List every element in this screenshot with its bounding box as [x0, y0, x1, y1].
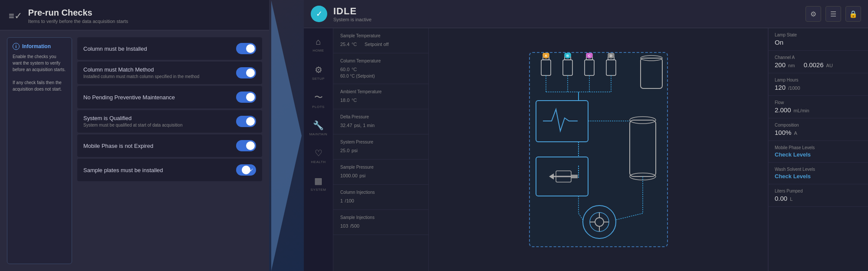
- toggle-qualified[interactable]: ✓: [236, 116, 256, 127]
- svg-rect-16: [641, 58, 662, 88]
- nav-plots-label: PLOTS: [312, 105, 325, 109]
- svg-rect-1: [541, 60, 551, 75]
- nav-home-label: HOME: [313, 49, 324, 52]
- maintain-icon: 🔧: [313, 120, 324, 131]
- check-title-5: Mobile Phase is not Expired: [83, 143, 231, 149]
- settings-btn[interactable]: ⚙: [806, 6, 821, 22]
- system-pressure-value: 25.0 psi: [340, 146, 421, 154]
- menu-btn[interactable]: ☰: [825, 6, 841, 22]
- nav-maintain[interactable]: 🔧 MAINTAIN: [306, 115, 332, 141]
- check-title-1: Column must be Installed: [83, 46, 231, 52]
- liters-pumped-label: Liters Pumped: [775, 189, 862, 193]
- nav-setup[interactable]: ⚙ SETUP: [306, 59, 332, 85]
- composition-value: 100% A: [775, 129, 862, 136]
- setup-icon: ⚙: [315, 65, 322, 75]
- info-icon: i: [13, 43, 20, 50]
- flow-label: Flow: [775, 100, 862, 105]
- sample-pressure-label: Sample Pressure: [340, 165, 421, 170]
- nav-health[interactable]: ♡ HEALTH: [306, 143, 332, 169]
- nav-health-label: HEALTH: [311, 160, 326, 164]
- sample-temp-card: Sample Temperature 25.4 °C Setpoint off: [333, 28, 428, 53]
- checklist-icon: ≡✓: [9, 10, 22, 22]
- channel-a-card: Channel A 200 nm 0.0026 AU: [769, 51, 868, 73]
- toggle-no-maintenance[interactable]: ✓: [236, 91, 256, 103]
- svg-marker-32: [549, 173, 554, 180]
- nav-plots[interactable]: 〜 PLOTS: [306, 87, 332, 113]
- arrow-connector: [269, 0, 304, 271]
- toggle-mobile-phase[interactable]: ✓: [236, 140, 256, 151]
- sample-injections-card: Sample Injections 103 /500: [333, 210, 428, 235]
- header-controls: ⚙ ☰ 🔒: [806, 6, 861, 22]
- panel-header: ≡✓ Pre-run Checks Items to verify before…: [0, 0, 269, 30]
- svg-line-47: [616, 213, 643, 220]
- home-icon: ⌂: [316, 37, 321, 47]
- nav-system[interactable]: ▦ SYSTEM: [306, 170, 332, 196]
- diagram-svg: A B C: [530, 53, 669, 248]
- composition-label: Composition: [775, 123, 862, 127]
- status-subtitle: System is inactive: [333, 17, 372, 22]
- lamp-state-label: Lamp State: [775, 33, 862, 37]
- svg-point-39: [595, 218, 604, 226]
- nav-system-label: SYSTEM: [311, 188, 326, 192]
- svg-text:D: D: [610, 54, 612, 58]
- wash-solvent-label: Wash Solvent Levels: [775, 167, 862, 172]
- ambient-temp-card: Ambient Temperature 18.0 °C: [333, 84, 428, 109]
- toggle-column-installed[interactable]: ✓: [236, 43, 256, 54]
- column-injections-card: Column Injections 1 /100: [333, 185, 428, 210]
- system-pressure-label: System Pressure: [340, 140, 421, 144]
- nav-maintain-label: MAINTAIN: [309, 132, 328, 136]
- svg-text:C: C: [588, 54, 591, 58]
- wash-solvent-action[interactable]: Check Levels: [775, 173, 862, 180]
- flow-value: 2.000 mL/min: [775, 106, 862, 114]
- check-item-sample-plates: Sample plates must be installed ✓: [77, 159, 262, 181]
- ambient-temp-label: Ambient Temperature: [340, 89, 421, 94]
- toggle-column-match[interactable]: ✓: [236, 67, 256, 78]
- liters-pumped-card: Liters Pumped 0.00 L: [769, 184, 868, 207]
- check-item-qualified: System is Qualified System must be quali…: [77, 110, 262, 133]
- left-content: i Information Enable the checks you want…: [0, 30, 269, 271]
- sample-pressure-card: Sample Pressure 1000.00 psi: [333, 160, 428, 185]
- system-pressure-card: System Pressure 25.0 psi: [333, 134, 428, 160]
- check-title-2: Column must Match Method: [83, 66, 231, 73]
- status-title: IDLE: [333, 6, 372, 17]
- sample-temp-label: Sample Temperature: [340, 33, 421, 38]
- column-injections-label: Column Injections: [340, 190, 421, 195]
- svg-rect-5: [563, 60, 572, 75]
- check-item-no-maintenance: No Pending Preventive Maintenance ✓: [77, 86, 262, 108]
- mobile-phase-card: Mobile Phase Levels Check Levels: [769, 141, 868, 163]
- delta-pressure-value: 32.47 psi, 1 min: [340, 121, 421, 129]
- check-subtitle-2: Installed column must match column speci…: [83, 74, 231, 79]
- lamp-state-value: On: [775, 39, 862, 46]
- delta-pressure-card: Delta Pressure 32.47 psi, 1 min: [333, 109, 428, 134]
- checks-list: Column must be Installed ✓ Column must M…: [77, 37, 262, 264]
- status-header: ✓ IDLE System is inactive ⚙ ☰ 🔒: [304, 0, 868, 28]
- plots-icon: 〜: [314, 91, 323, 103]
- lamp-hours-value: 120 /1000: [775, 84, 862, 91]
- svg-rect-33: [630, 120, 656, 176]
- channel-a-value: 200 nm 0.0026 AU: [775, 61, 862, 69]
- liters-pumped-value: 0.00 L: [775, 195, 862, 202]
- diagram-container: A B C: [529, 52, 668, 247]
- panel-title: Pre-run Checks: [28, 8, 128, 18]
- nav-home[interactable]: ⌂ HOME: [306, 32, 332, 58]
- right-body: ⌂ HOME ⚙ SETUP 〜 PLOTS 🔧 MAINTAIN ♡ HEAL…: [304, 28, 868, 271]
- left-nav: ⌂ HOME ⚙ SETUP 〜 PLOTS 🔧 MAINTAIN ♡ HEAL…: [304, 28, 333, 271]
- composition-card: Composition 100% A: [769, 118, 868, 141]
- main-content: Sample Temperature 25.4 °C Setpoint off …: [333, 28, 868, 271]
- check-title-6: Sample plates must be installed: [83, 167, 231, 173]
- mobile-phase-action[interactable]: Check Levels: [775, 151, 862, 158]
- system-diagram: A B C: [429, 28, 768, 271]
- toggle-sample-plates[interactable]: ✓: [236, 164, 256, 176]
- channel-a-label: Channel A: [775, 55, 862, 60]
- status-circle: ✓: [311, 6, 327, 22]
- health-icon: ♡: [315, 148, 322, 158]
- column-temp-label: Column Temperature: [340, 59, 421, 63]
- wash-solvent-card: Wash Solvent Levels Check Levels: [769, 163, 868, 184]
- delta-pressure-label: Delta Pressure: [340, 114, 421, 119]
- lock-btn[interactable]: 🔒: [845, 6, 861, 22]
- svg-line-45: [579, 213, 583, 220]
- sample-injections-label: Sample Injections: [340, 215, 421, 220]
- check-title-4: System is Qualified: [83, 115, 231, 121]
- ambient-temp-value: 18.0 °C: [340, 96, 421, 104]
- check-item-column-match: Column must Match Method Installed colum…: [77, 62, 262, 84]
